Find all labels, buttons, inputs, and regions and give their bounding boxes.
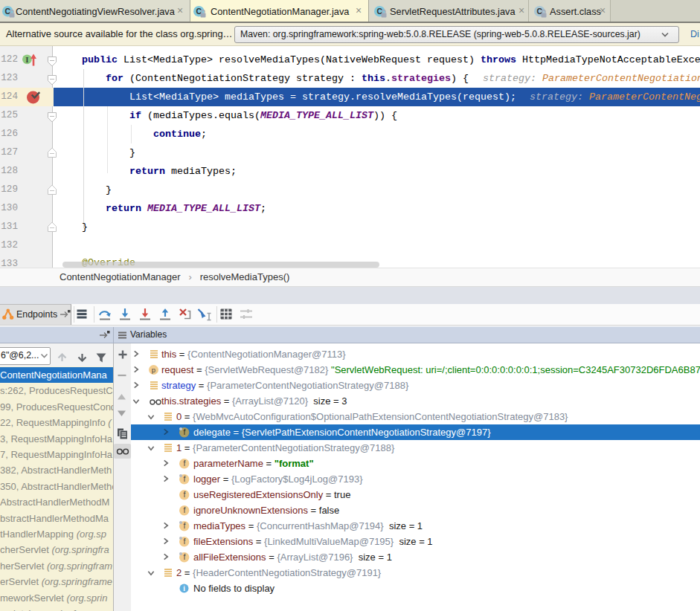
svg-text:i: i <box>183 585 185 592</box>
svg-text:f: f <box>183 427 185 436</box>
svg-text:f: f <box>183 537 185 546</box>
svg-text:f: f <box>183 459 185 468</box>
svg-text:f: f <box>183 552 185 561</box>
svg-text:f: f <box>183 474 185 483</box>
svg-text:I: I <box>25 55 28 64</box>
svg-text:p: p <box>152 366 155 374</box>
svg-text:f: f <box>183 505 185 514</box>
svg-text:f: f <box>183 521 185 530</box>
svg-text:f: f <box>183 490 185 499</box>
